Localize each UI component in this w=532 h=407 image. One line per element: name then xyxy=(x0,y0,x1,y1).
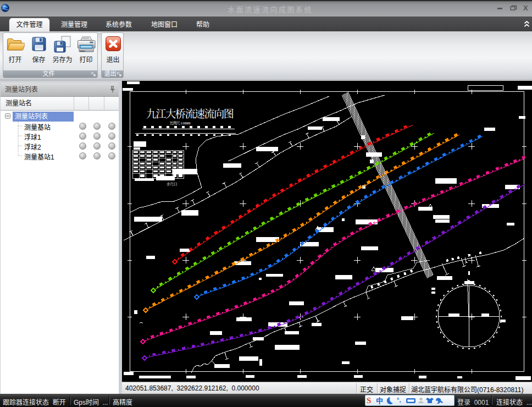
svg-text:S: S xyxy=(367,396,371,405)
svg-text:比例尺 1:10000: 比例尺 1:10000 xyxy=(170,120,190,125)
svg-text:九江大桥流速流向图: 九江大桥流速流向图 xyxy=(146,106,234,120)
svg-text:水尺口: 水尺口 xyxy=(167,182,178,186)
svg-text:中: 中 xyxy=(376,395,383,405)
svg-text:°,: °, xyxy=(397,397,401,403)
